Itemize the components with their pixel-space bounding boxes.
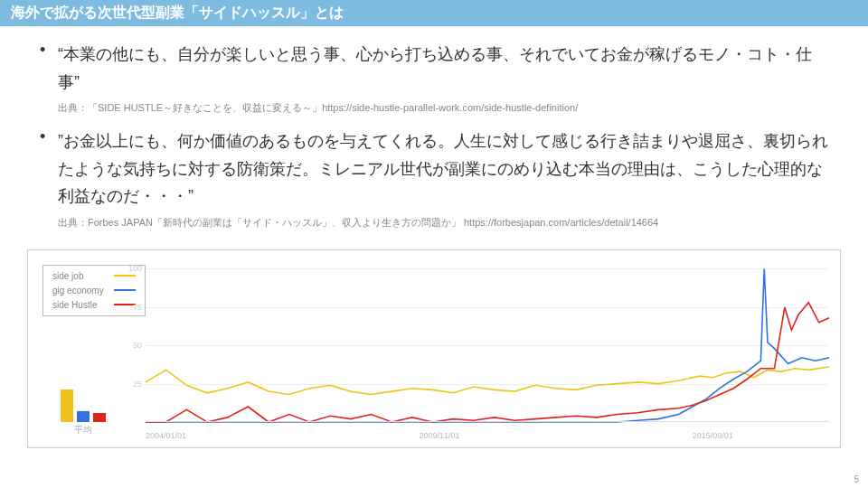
x-tick-label: 2004/01/01 bbox=[146, 431, 186, 440]
avg-bar-side-hustle bbox=[93, 413, 106, 422]
bullet-item: ”お金以上にも、何か価値のあるものを与えてくれる。人生に対して感じる行き詰まりや… bbox=[36, 127, 832, 230]
trends-chart: side job gig economy side Hustle 平均 2550… bbox=[27, 249, 841, 448]
series-line bbox=[146, 268, 829, 422]
legend-entry: side Hustle bbox=[52, 300, 136, 310]
quote-source: 出典：Forbes JAPAN「新時代の副業は「サイド・ハッスル」、収入より生き… bbox=[58, 216, 832, 230]
legend-label: side job bbox=[52, 271, 110, 281]
legend-entry: side job bbox=[52, 271, 136, 281]
legend-swatch bbox=[114, 275, 136, 277]
avg-label: 平均 bbox=[42, 424, 124, 436]
series-line bbox=[146, 367, 829, 395]
y-tick-label: 75 bbox=[133, 303, 142, 312]
quote-text: ”お金以上にも、何か価値のあるものを与えてくれる。人生に対して感じる行き詰まりや… bbox=[58, 127, 832, 211]
legend-swatch bbox=[114, 289, 136, 291]
avg-bars bbox=[42, 384, 124, 422]
y-tick-label: 50 bbox=[133, 341, 142, 350]
y-tick-label: 25 bbox=[133, 380, 142, 389]
x-tick-label: 2015/09/01 bbox=[693, 431, 733, 440]
page-number: 5 bbox=[854, 474, 859, 484]
avg-bars-block: 平均 bbox=[42, 384, 124, 436]
chart-lines bbox=[146, 261, 829, 422]
legend-label: gig economy bbox=[52, 286, 110, 296]
quote-text: “本業の他にも、自分が楽しいと思う事、心から打ち込める事、それでいてお金が稼げる… bbox=[58, 41, 832, 96]
x-tick-label: 2009/11/01 bbox=[419, 431, 459, 440]
quote-source: 出典：「SIDE HUSTLE～好きなことを、収益に変える～」https://s… bbox=[58, 101, 832, 115]
slide-body: “本業の他にも、自分が楽しいと思う事、心から打ち込める事、それでいてお金が稼げる… bbox=[0, 26, 868, 249]
x-axis bbox=[146, 421, 829, 422]
avg-bar-side-job bbox=[61, 389, 73, 422]
legend-label: side Hustle bbox=[52, 300, 110, 310]
y-tick-label: 100 bbox=[128, 264, 142, 273]
plot-area: 255075100 2004/01/012009/11/012015/09/01 bbox=[146, 261, 829, 422]
avg-bar-gig-economy bbox=[77, 411, 90, 422]
legend-entry: gig economy bbox=[52, 286, 136, 296]
bullet-item: “本業の他にも、自分が楽しいと思う事、心から打ち込める事、それでいてお金が稼げる… bbox=[36, 41, 832, 115]
bullet-list: “本業の他にも、自分が楽しいと思う事、心から打ち込める事、それでいてお金が稼げる… bbox=[36, 41, 832, 230]
slide-title: 海外で拡がる次世代型副業「サイドハッスル」とは bbox=[0, 0, 868, 26]
series-line bbox=[146, 303, 829, 422]
